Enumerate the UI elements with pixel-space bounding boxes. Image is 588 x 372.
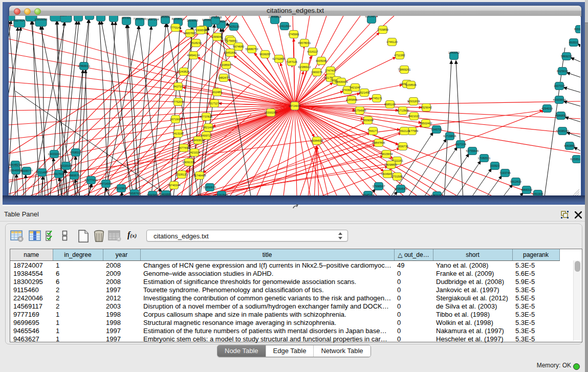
- svg-text:6690967: 6690967: [147, 193, 158, 195]
- svg-text:61595148: 61595148: [571, 158, 580, 161]
- svg-text:2731585: 2731585: [391, 175, 403, 178]
- svg-text:8421020: 8421020: [408, 115, 420, 118]
- svg-text:4499727: 4499727: [201, 134, 212, 137]
- svg-text:74687234: 74687234: [146, 18, 159, 21]
- svg-text:4316117: 4316117: [307, 50, 318, 53]
- svg-text:69847896: 69847896: [373, 141, 385, 144]
- svg-text:842710: 842710: [173, 85, 183, 88]
- svg-text:980500: 980500: [161, 16, 170, 18]
- svg-text:80831367: 80831367: [431, 194, 444, 195]
- svg-text:1627204: 1627204: [455, 143, 466, 146]
- svg-text:3529042: 3529042: [421, 106, 432, 109]
- svg-text:17080531: 17080531: [478, 157, 491, 160]
- svg-text:4586850: 4586850: [555, 114, 567, 117]
- svg-text:87277434: 87277434: [85, 179, 98, 182]
- svg-text:55698169: 55698169: [556, 129, 569, 133]
- svg-text:8677496: 8677496: [178, 146, 189, 149]
- svg-text:94406409: 94406409: [335, 80, 348, 83]
- svg-text:9421047: 9421047: [350, 86, 361, 89]
- svg-text:4711382: 4711382: [394, 54, 405, 57]
- svg-text:19384554: 19384554: [311, 139, 323, 142]
- svg-text:31713900: 31713900: [397, 109, 409, 112]
- svg-text:1671902: 1671902: [170, 118, 181, 121]
- svg-text:26247317: 26247317: [107, 16, 120, 16]
- svg-text:76615654: 76615654: [380, 152, 393, 156]
- svg-text:32931839: 32931839: [407, 100, 420, 103]
- svg-text:81754965: 81754965: [354, 109, 366, 112]
- svg-text:37996507: 37996507: [373, 185, 385, 188]
- svg-text:71746488: 71746488: [193, 174, 206, 177]
- svg-text:34714345: 34714345: [100, 182, 113, 185]
- svg-text:5869232: 5869232: [561, 55, 572, 58]
- svg-text:5466889: 5466889: [160, 193, 171, 195]
- svg-text:4294019: 4294019: [541, 107, 553, 110]
- svg-text:10799118: 10799118: [209, 16, 222, 19]
- svg-text:7187026: 7187026: [286, 60, 297, 63]
- svg-text:49894134: 49894134: [187, 54, 200, 57]
- svg-text:12411824: 12411824: [278, 25, 291, 28]
- svg-text:62702895: 62702895: [273, 57, 286, 60]
- svg-text:8227824: 8227824: [14, 19, 25, 22]
- svg-text:13315098: 13315098: [35, 18, 48, 21]
- svg-text:8059826: 8059826: [574, 28, 580, 31]
- svg-text:76320163: 76320163: [60, 164, 73, 167]
- svg-text:7770143: 7770143: [170, 26, 181, 29]
- svg-text:7917693: 7917693: [53, 172, 64, 176]
- svg-text:1399049: 1399049: [211, 35, 223, 38]
- svg-text:932480: 932480: [212, 91, 222, 94]
- svg-text:6025634: 6025634: [557, 70, 568, 73]
- svg-text:9821465: 9821465: [203, 126, 214, 129]
- svg-text:13171274: 13171274: [208, 102, 221, 105]
- svg-text:88208121: 88208121: [172, 17, 185, 20]
- svg-text:75869261: 75869261: [398, 68, 411, 71]
- svg-text:4005045: 4005045: [316, 59, 327, 62]
- svg-text:766177: 766177: [368, 129, 378, 133]
- svg-text:3685160: 3685160: [384, 103, 396, 106]
- svg-text:7889579: 7889579: [69, 174, 80, 177]
- svg-text:1836736: 1836736: [397, 145, 408, 148]
- svg-text:81223623: 81223623: [115, 187, 128, 190]
- svg-text:86578091: 86578091: [298, 41, 311, 45]
- svg-text:7346706: 7346706: [431, 128, 442, 131]
- svg-text:3285884: 3285884: [346, 98, 357, 101]
- svg-text:99091334: 99091334: [183, 161, 195, 164]
- svg-text:2421024: 2421024: [189, 151, 200, 154]
- svg-text:39502402: 39502402: [420, 122, 432, 125]
- svg-text:1745961: 1745961: [288, 33, 299, 36]
- svg-text:5240824: 5240824: [178, 70, 189, 73]
- svg-text:2328120: 2328120: [176, 173, 187, 176]
- svg-text:4060883: 4060883: [564, 144, 575, 147]
- svg-text:27849808: 27849808: [269, 16, 281, 18]
- svg-text:1491905: 1491905: [532, 192, 543, 195]
- svg-text:67737826: 67737826: [200, 115, 213, 118]
- svg-text:15300287: 15300287: [265, 111, 277, 114]
- svg-text:1746120: 1746120: [386, 40, 398, 43]
- svg-text:1607337: 1607337: [554, 84, 565, 87]
- svg-text:4745171: 4745171: [371, 97, 382, 100]
- svg-text:28098851: 28098851: [385, 163, 398, 166]
- svg-text:8721489: 8721489: [36, 171, 48, 174]
- svg-text:7193745: 7193745: [499, 171, 511, 174]
- svg-text:5183473: 5183473: [60, 16, 72, 17]
- svg-text:73602606: 73602606: [134, 17, 146, 20]
- svg-text:3482477: 3482477: [218, 76, 229, 79]
- svg-text:57262849: 57262849: [215, 193, 228, 195]
- svg-text:9521456: 9521456: [359, 91, 370, 94]
- svg-text:71906594: 71906594: [194, 29, 207, 32]
- svg-text:8708317: 8708317: [70, 151, 81, 154]
- svg-text:76945314: 76945314: [362, 193, 375, 195]
- svg-text:450533: 450533: [569, 41, 579, 44]
- svg-text:62729806: 62729806: [444, 135, 456, 138]
- svg-text:27354549: 27354549: [395, 187, 407, 190]
- svg-text:5158506: 5158506: [405, 83, 417, 86]
- svg-text:5674680: 5674680: [233, 45, 244, 48]
- svg-text:1640052: 1640052: [448, 51, 460, 54]
- svg-text:6658760: 6658760: [129, 192, 140, 195]
- svg-text:15451680: 15451680: [224, 51, 237, 54]
- svg-text:18724007: 18724007: [289, 104, 301, 107]
- svg-text:55886753: 55886753: [246, 48, 258, 51]
- svg-text:79740344: 79740344: [168, 184, 181, 187]
- svg-text:34957885: 34957885: [184, 32, 197, 35]
- svg-text:77752047: 77752047: [172, 100, 185, 103]
- svg-text:330923: 330923: [490, 164, 500, 167]
